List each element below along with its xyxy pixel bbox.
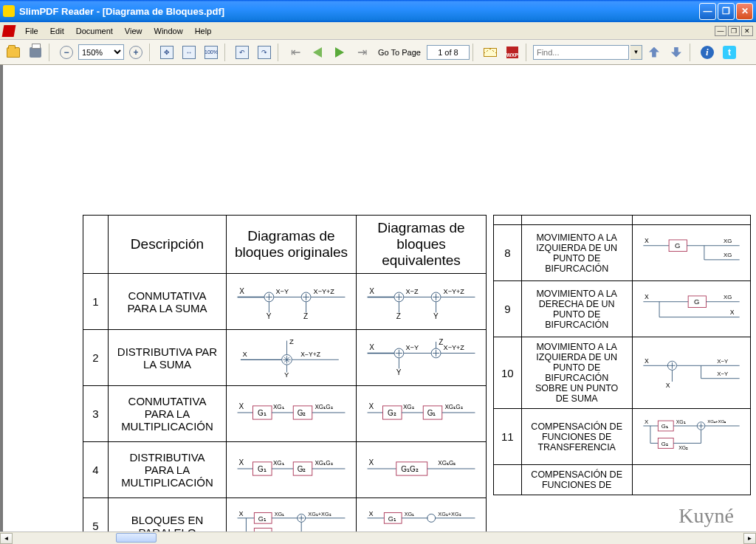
svg-text:X−Z: X−Z [406, 288, 419, 295]
open-button[interactable] [3, 42, 24, 63]
menu-help[interactable]: Help [189, 24, 218, 38]
svg-text:G₁: G₁ [258, 409, 267, 417]
svg-text:Z: Z [439, 338, 443, 346]
zoom-in-button[interactable]: + [126, 42, 146, 63]
row-desc: MOVIMIENTO A LA IZQUIERDA DE UN PUNTO DE… [521, 225, 632, 281]
svg-text:G: G [694, 297, 699, 306]
svg-text:X−Y+Z: X−Y+Z [444, 344, 465, 351]
document-viewport[interactable]: Descripción Diagramas de bloques origina… [0, 65, 756, 531]
menu-edit[interactable]: Edit [44, 24, 70, 38]
svg-text:Z: Z [303, 312, 308, 320]
row-num: 4 [83, 442, 109, 498]
rotate-left-button[interactable]: ↶ [232, 42, 252, 63]
pdf-page: Descripción Diagramas de bloques origina… [3, 65, 756, 531]
svg-text:X−Y+Z: X−Y+Z [444, 288, 465, 295]
info-button[interactable]: i [697, 42, 718, 63]
svg-text:G₁: G₁ [388, 515, 396, 523]
find-next-button[interactable] [666, 42, 687, 63]
print-button[interactable] [25, 42, 46, 63]
row-num: 8 [494, 225, 522, 281]
diagram-orig-5: XG₁XG₁XG₁+XG₂G₂ [234, 503, 348, 531]
mdi-close-button[interactable]: ✕ [741, 26, 753, 36]
table-row: 1 CONMUTATIVA PARA LA SUMA XYX−YZX−Y+Z X… [83, 274, 487, 330]
svg-text:X: X [645, 419, 649, 425]
svg-text:G₁: G₁ [258, 515, 267, 523]
fit-page-button[interactable]: ✥ [157, 42, 177, 63]
zoom-select[interactable]: 150% [78, 44, 124, 60]
rotate-right-button[interactable]: ↷ [254, 42, 275, 63]
row-num: 5 [83, 498, 109, 532]
next-page-button[interactable] [329, 42, 350, 63]
row-desc: COMPENSACIÓN DE FUNCIONES DE [521, 465, 632, 495]
scroll-thumb[interactable] [116, 533, 157, 543]
svg-text:Y: Y [284, 371, 289, 379]
maximize-button[interactable]: ❐ [718, 3, 735, 20]
svg-text:X: X [729, 309, 734, 316]
diagram-equiv-4: XG₁G₂XG₁G₂ [364, 447, 478, 491]
export-pdf-button[interactable]: WXP [502, 42, 523, 63]
svg-text:G₁G₂: G₁G₂ [401, 465, 419, 473]
printer-icon [30, 47, 41, 58]
svg-text:XG₁G₂: XG₁G₂ [444, 404, 462, 410]
info-icon: i [701, 46, 714, 59]
row-desc: CONMUTATIVA PARA LA MULTIPLICACIÓN [109, 386, 227, 442]
menu-view[interactable]: View [119, 24, 148, 38]
header-num [83, 216, 109, 274]
app-icon [3, 5, 15, 17]
svg-text:XG₁: XG₁ [275, 511, 285, 517]
svg-text:X: X [238, 510, 243, 517]
prev-page-button[interactable] [307, 42, 328, 63]
first-page-button[interactable]: ⇤ [285, 42, 306, 63]
scroll-right-button[interactable]: ► [743, 533, 756, 544]
row-num: 2 [83, 330, 109, 386]
svg-text:G₁: G₁ [258, 465, 267, 473]
svg-text:X: X [645, 357, 649, 364]
svg-text:X−Y: X−Y [717, 357, 729, 364]
last-page-button[interactable]: ⇥ [351, 42, 372, 63]
twitter-button[interactable]: t [719, 42, 740, 63]
svg-text:X: X [645, 237, 649, 244]
close-button[interactable]: ✕ [736, 3, 753, 20]
mdi-minimize-button[interactable]: — [715, 26, 726, 36]
table-row: 4 DISTRIBUTIVA PARA LA MULTIPLICACIÓN XG… [83, 442, 487, 498]
horizontal-scrollbar[interactable]: ◄ ► [0, 531, 756, 544]
scroll-left-button[interactable]: ◄ [0, 533, 13, 544]
diagram-11: XG₁XG₁XG₁+XG₂G₂XG₂ [640, 413, 743, 458]
find-input[interactable] [533, 45, 629, 60]
fit-page-icon: ✥ [160, 46, 173, 59]
svg-text:G₂: G₂ [298, 465, 306, 473]
menu-document[interactable]: Document [70, 24, 119, 38]
twitter-icon: t [723, 46, 736, 59]
find-prev-button[interactable] [644, 42, 664, 63]
svg-text:X: X [368, 458, 374, 466]
svg-text:X: X [368, 402, 374, 410]
svg-text:X−Y: X−Y [406, 344, 419, 351]
svg-text:X: X [645, 293, 649, 300]
svg-text:Z: Z [396, 312, 401, 320]
page-input[interactable] [427, 45, 470, 60]
svg-text:G₂: G₂ [298, 409, 306, 417]
menu-file[interactable]: File [19, 24, 44, 38]
rotate-right-icon: ↷ [258, 46, 271, 59]
find-dropdown-button[interactable]: ▼ [630, 45, 642, 60]
mdi-restore-button[interactable]: ❐ [728, 26, 740, 36]
actual-size-button[interactable]: 100% [201, 42, 221, 63]
folder-open-icon [7, 47, 20, 58]
svg-text:XG₁+XG₂: XG₁+XG₂ [707, 419, 726, 424]
diagram-equiv-2: XYX−YZX−Y+Z [364, 334, 478, 379]
diagram-10: XXX−YX−Y [640, 350, 743, 394]
first-page-icon: ⇤ [291, 45, 300, 59]
table-row: 11 COMPENSACIÓN DE FUNCIONES DE TRANSFER… [494, 409, 751, 465]
last-page-icon: ⇥ [357, 45, 367, 59]
svg-text:X: X [369, 287, 374, 295]
menu-window[interactable]: Window [148, 24, 189, 38]
email-button[interactable] [480, 42, 501, 63]
scroll-track[interactable] [13, 533, 743, 544]
minimize-button[interactable]: — [699, 3, 716, 20]
fit-width-button[interactable]: ↔ [179, 42, 199, 63]
table-row: 3 CONMUTATIVA PARA LA MULTIPLICACIÓN XG₁… [83, 386, 487, 442]
svg-text:XG₁+XG₂: XG₁+XG₂ [438, 511, 461, 517]
row-num: 10 [494, 337, 522, 409]
zoom-out-button[interactable]: − [56, 42, 77, 63]
row-desc: DISTRIBUTIVA PARA LA MULTIPLICACIÓN [109, 442, 227, 498]
